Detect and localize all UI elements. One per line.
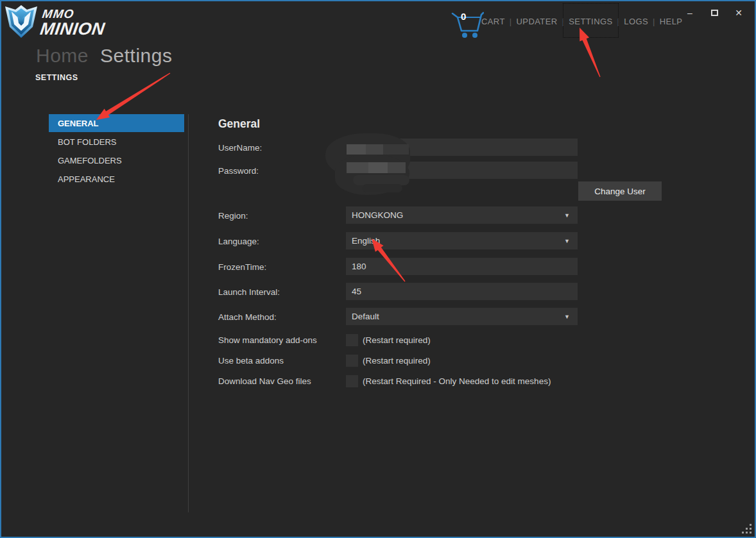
show-mandatory-addons-label: Show mandatory add-ons xyxy=(218,335,345,345)
breadcrumb: HomeSettings xyxy=(36,45,172,67)
top-nav: CART | UPDATER | SETTINGS | LOGS | HELP xyxy=(481,17,682,26)
attach-method-value: Default xyxy=(352,312,379,321)
change-user-button[interactable]: Change User xyxy=(578,181,662,201)
app-logo-text: MMO MINION xyxy=(39,8,108,38)
frozentime-label: FrozenTime: xyxy=(218,262,345,272)
sidebar-item-label: BOT FOLDERS xyxy=(58,137,117,147)
nav-item-help[interactable]: HELP xyxy=(660,17,683,26)
restart-required-note: (Restart Required - Only Needed to edit … xyxy=(363,376,551,386)
nav-separator: | xyxy=(562,17,565,26)
sidebar-divider xyxy=(188,114,189,512)
red-arrow-settings xyxy=(580,28,601,77)
sidebar-item-gamefolders[interactable]: GAMEFOLDERS xyxy=(49,151,184,169)
region-value: HONGKONG xyxy=(352,210,403,220)
region-dropdown[interactable]: HONGKONG ▼ xyxy=(346,206,578,224)
password-label: Password: xyxy=(218,166,345,176)
chevron-down-icon: ▼ xyxy=(564,238,570,244)
language-dropdown[interactable]: English ▼ xyxy=(346,232,578,249)
restart-required-note: (Restart required) xyxy=(363,335,431,345)
red-arrow-general xyxy=(96,72,170,120)
logo-text-minion: MINION xyxy=(39,21,106,38)
close-button[interactable]: ✕ xyxy=(726,5,751,21)
nav-separator: | xyxy=(653,17,655,26)
redaction-blob xyxy=(363,184,402,192)
maximize-button[interactable] xyxy=(702,5,726,21)
nav-item-settings[interactable]: SETTINGS xyxy=(569,17,612,26)
nav-item-settings-label: SETTINGS xyxy=(569,17,612,26)
attach-method-dropdown[interactable]: Default ▼ xyxy=(346,308,578,325)
language-label: Language: xyxy=(218,237,345,246)
cart-button[interactable]: 0 xyxy=(451,8,484,39)
settings-sidebar: GENERAL BOT FOLDERS GAMEFOLDERS APPEARAN… xyxy=(49,114,184,189)
app-window: MMO MINION – ✕ 0 CART | UPDATER | SETTIN… xyxy=(0,0,756,538)
cart-count-badge: 0 xyxy=(461,11,466,22)
username-input[interactable] xyxy=(346,139,578,156)
use-beta-addons-label: Use beta addons xyxy=(218,356,345,366)
window-controls: – ✕ xyxy=(678,5,751,21)
checkbox-show-mandatory-addons[interactable] xyxy=(346,334,358,346)
logo-shield-icon xyxy=(3,3,40,40)
cart-icon xyxy=(451,8,484,39)
close-icon: ✕ xyxy=(735,8,743,18)
launch-interval-input[interactable] xyxy=(346,283,578,300)
sidebar-item-label: GENERAL xyxy=(58,119,99,128)
checkbox-download-nav-geo[interactable] xyxy=(346,375,358,387)
checkbox-use-beta-addons[interactable] xyxy=(346,355,358,367)
general-heading: General xyxy=(218,117,260,131)
minimize-icon: – xyxy=(687,8,692,18)
nav-item-cart[interactable]: CART xyxy=(481,17,505,26)
sidebar-item-label: APPEARANCE xyxy=(58,174,115,184)
sidebar-item-label: GAMEFOLDERS xyxy=(58,156,122,165)
launch-interval-label: Launch Interval: xyxy=(218,287,345,297)
section-label: SETTINGS xyxy=(35,73,78,82)
chevron-down-icon: ▼ xyxy=(564,314,570,320)
download-nav-geo-label: Download Nav Geo files xyxy=(218,376,345,386)
sidebar-item-appearance[interactable]: APPEARANCE xyxy=(49,170,184,188)
password-input[interactable] xyxy=(346,162,578,179)
attach-method-label: Attach Method: xyxy=(218,312,345,322)
page-title: Settings xyxy=(100,45,172,66)
breadcrumb-home[interactable]: Home xyxy=(36,45,89,66)
logo-text-mmo: MMO xyxy=(42,8,108,20)
language-value: English xyxy=(352,236,380,246)
sidebar-item-general[interactable]: GENERAL xyxy=(49,114,184,132)
nav-item-logs[interactable]: LOGS xyxy=(624,17,648,26)
maximize-icon xyxy=(711,10,718,16)
chevron-down-icon: ▼ xyxy=(564,212,570,219)
sidebar-item-bot-folders[interactable]: BOT FOLDERS xyxy=(49,133,184,151)
username-label: UserName: xyxy=(218,143,345,153)
nav-separator: | xyxy=(510,17,512,26)
nav-item-updater[interactable]: UPDATER xyxy=(517,17,558,26)
restart-required-note: (Restart required) xyxy=(363,356,431,366)
resize-grip[interactable] xyxy=(741,524,752,534)
region-label: Region: xyxy=(218,211,345,221)
nav-separator: | xyxy=(617,17,620,26)
frozentime-input[interactable] xyxy=(346,258,578,275)
